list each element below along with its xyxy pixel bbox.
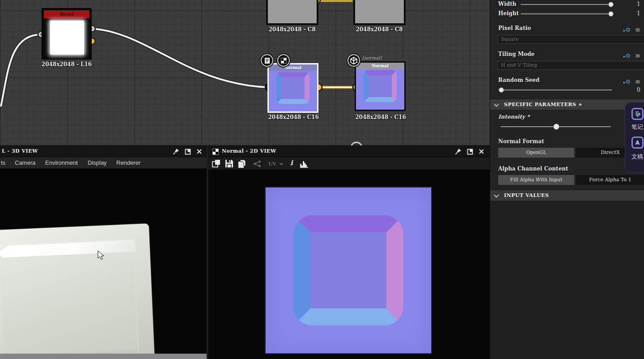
displayed-in-2d-badge[interactable] — [261, 54, 273, 67]
partial-bottom-pin[interactable] — [351, 142, 362, 146]
view-2d-badge[interactable] — [277, 54, 290, 67]
chevron-down-icon — [494, 192, 499, 197]
node-label: 2048x2048 - L16 — [42, 61, 92, 68]
viewport-3d[interactable] — [0, 169, 207, 359]
input-values-header[interactable]: INPUT VALUES — [490, 190, 644, 201]
function-button[interactable]: ▸⚙ — [623, 25, 631, 34]
checker-icon — [281, 58, 287, 64]
close-icon[interactable] — [196, 149, 202, 154]
note-tool-label: 笔记 — [631, 123, 643, 131]
node-label: 2048x2048 - C16 — [268, 114, 319, 120]
save-icon[interactable] — [225, 159, 233, 168]
annotation-overlay-popup: 笔记 A 文稿 — [625, 102, 644, 173]
doc-tool-icon[interactable]: A — [631, 137, 644, 149]
pin-icon[interactable] — [455, 148, 462, 155]
normal-map-image — [265, 187, 432, 354]
pin-icon[interactable] — [173, 148, 179, 155]
view2d-toolbar: UV i — [208, 157, 490, 170]
uv-mode-dropdown[interactable]: UV — [268, 161, 276, 167]
normal-node-left[interactable]: Normal — [267, 63, 318, 113]
panel-3d-title: L - 3D VIEW — [2, 148, 38, 154]
normal-node-header: Normal — [356, 63, 404, 69]
chevron-down-icon[interactable] — [280, 162, 283, 165]
properties-panel: Width 1 Height 1 Pixel Ratio ▸⚙ ≡ Square… — [490, 0, 644, 359]
node-label: 2048x2048 - C16 — [355, 114, 406, 120]
specific-parameters-title: SPECIFIC PARAMETERS + — [504, 102, 582, 107]
normal-format-label: Normal Format — [498, 138, 544, 145]
tiling-mode-dropdown[interactable]: H and V Tiling — [497, 61, 644, 70]
view3d-menubar: ts Camera Environment Display Renderer — [0, 157, 207, 169]
close-icon[interactable] — [479, 149, 484, 154]
menu-environment[interactable]: Environment — [45, 159, 78, 166]
intensity-label: Intensity * — [498, 114, 530, 120]
share-graph-icon[interactable] — [253, 160, 261, 167]
uniform-color-node-left[interactable] — [266, 0, 318, 25]
normal-node-header: Normal — [269, 64, 317, 71]
width-slider[interactable] — [521, 4, 613, 5]
height-label: Height — [498, 10, 519, 17]
normal-node-thumbnail — [356, 63, 404, 110]
width-value: 1 — [637, 1, 640, 7]
bevel-node-thumbnail — [50, 21, 84, 55]
width-slider-knob[interactable] — [608, 2, 614, 7]
swap-view-icon[interactable] — [212, 159, 221, 168]
height-slider-knob[interactable] — [608, 11, 614, 17]
menu-display[interactable]: Display — [88, 159, 107, 166]
bevel-node-header: Bevel — [44, 10, 89, 18]
normal-format-opengl-button[interactable]: OpenGL — [498, 148, 574, 158]
alpha-fill-button[interactable]: Fill Alpha With Input — [498, 175, 574, 185]
alpha-force-button[interactable]: Force Alpha To 1 — [576, 175, 644, 185]
histogram-icon[interactable] — [300, 159, 309, 168]
cube-3d-icon — [350, 57, 357, 64]
wire-outline — [1, 34, 41, 107]
uniform-color-node-right[interactable] — [353, 0, 406, 25]
node-label: 2048x2048 - C8 — [356, 26, 402, 33]
pixel-ratio-dropdown[interactable]: Square — [497, 35, 644, 44]
input-values-body — [491, 201, 644, 359]
panel-2d-title: Normal - 2D VIEW — [222, 148, 276, 154]
normal-node-right[interactable]: Normal — [355, 61, 406, 111]
panel-3d-titlebar[interactable]: L - 3D VIEW — [0, 146, 207, 157]
wire-outline — [92, 29, 268, 87]
panel-2d-icon — [212, 149, 219, 155]
pixel-ratio-label: Pixel Ratio — [498, 25, 531, 31]
maximize-icon[interactable] — [185, 149, 191, 155]
material-preview-plate — [0, 223, 155, 359]
displayed-in-3d-badge[interactable] — [347, 54, 360, 67]
copy-icon[interactable] — [238, 159, 246, 168]
menu-renderer[interactable]: Renderer — [116, 159, 140, 166]
menu-objects[interactable]: ts — [1, 159, 5, 166]
normal-node-thumbnail — [269, 64, 317, 111]
usage-tag: [normal] — [362, 56, 382, 60]
maximize-icon[interactable] — [467, 149, 473, 155]
width-label: Width — [498, 1, 516, 7]
wire-bevel-to-normal — [92, 29, 268, 87]
panel-3d-view: L - 3D VIEW ts Camera Environment Displa… — [0, 146, 208, 359]
random-seed-slider[interactable] — [498, 90, 612, 90]
function-button[interactable]: ▸⚙ — [623, 77, 631, 85]
viewport-floor — [0, 354, 207, 359]
node-graph-canvas[interactable]: 2048x2048 - C8 2048x2048 - C8 Bevel 2048… — [0, 0, 490, 146]
menu-camera[interactable]: Camera — [15, 159, 35, 166]
options-menu-icon[interactable]: ≡ — [635, 52, 640, 59]
tiling-mode-label: Tiling Mode — [498, 51, 534, 57]
options-menu-icon[interactable]: ≡ — [635, 26, 640, 33]
height-value: 1 — [637, 10, 640, 17]
input-values-title: INPUT VALUES — [504, 192, 549, 198]
document-icon — [264, 57, 270, 64]
specific-parameters-header[interactable]: SPECIFIC PARAMETERS + — [490, 99, 644, 110]
note-tool-icon[interactable] — [631, 108, 644, 120]
mouse-cursor — [97, 251, 106, 261]
chevron-down-icon — [494, 102, 499, 107]
random-seed-knob[interactable] — [499, 87, 504, 93]
random-seed-value: 0 — [637, 87, 640, 93]
bevel-node[interactable]: Bevel — [42, 8, 92, 60]
viewport-2d[interactable] — [208, 170, 490, 359]
intensity-knob[interactable] — [553, 124, 559, 130]
info-icon[interactable]: i — [290, 159, 293, 167]
function-button[interactable]: ▸⚙ — [623, 51, 631, 60]
panel-2d-titlebar[interactable]: Normal - 2D VIEW — [208, 146, 490, 157]
options-menu-icon[interactable]: ≡ — [635, 78, 640, 85]
height-slider[interactable] — [521, 13, 613, 14]
random-seed-label: Random Seed — [498, 77, 539, 83]
